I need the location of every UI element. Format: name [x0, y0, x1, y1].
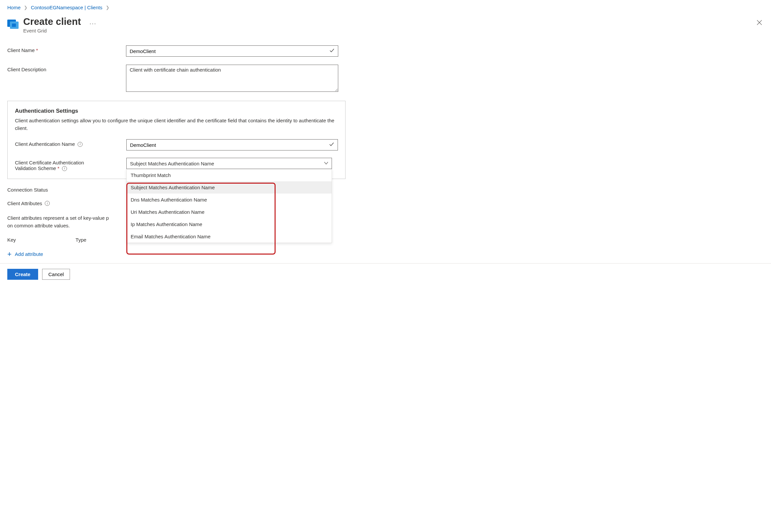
page-header: Create client Event Grid ···: [7, 16, 764, 33]
add-attribute-label: Add attribute: [15, 251, 43, 257]
client-auth-name-label: Client Authentication Name i: [15, 139, 126, 147]
cancel-button[interactable]: Cancel: [42, 269, 70, 280]
chevron-down-icon: [324, 161, 328, 166]
client-name-field[interactable]: [130, 48, 327, 54]
client-name-row: Client Name *: [7, 45, 345, 57]
auth-settings-description: Client authentication settings allow you…: [15, 117, 338, 132]
client-description-input[interactable]: Client with certificate chain authentica…: [126, 65, 338, 92]
info-icon[interactable]: i: [45, 201, 50, 206]
plus-icon: +: [7, 251, 12, 258]
breadcrumb: Home ❯ ContosoEGNamespace | Clients ❯: [7, 5, 764, 10]
authentication-settings-box: Authentication Settings Client authentic…: [7, 101, 345, 179]
breadcrumb-namespace[interactable]: ContosoEGNamespace | Clients: [31, 5, 102, 10]
info-icon[interactable]: i: [62, 166, 67, 171]
client-description-label: Client Description: [7, 65, 126, 72]
info-icon[interactable]: i: [78, 142, 83, 147]
dropdown-option[interactable]: Email Matches Authentication Name: [127, 230, 331, 243]
type-column-label: Type: [76, 237, 87, 243]
chevron-right-icon: ❯: [106, 5, 109, 10]
page-title: Create client: [23, 16, 81, 27]
validation-scheme-label: Client Certificate Authentication Valida…: [15, 158, 126, 171]
chevron-right-icon: ❯: [24, 5, 28, 10]
footer-actions: Create Cancel: [0, 263, 771, 285]
dropdown-option[interactable]: Dns Matches Authentication Name: [127, 194, 331, 206]
event-grid-icon: [7, 18, 19, 30]
create-button[interactable]: Create: [7, 269, 38, 280]
client-name-label: Client Name *: [7, 45, 126, 53]
breadcrumb-home[interactable]: Home: [7, 5, 21, 10]
svg-rect-2: [12, 24, 16, 27]
validation-scheme-dropdown: Thumbprint Match Subject Matches Authent…: [126, 169, 332, 243]
client-description-row: Client Description Client with certifica…: [7, 65, 345, 93]
validation-scheme-select[interactable]: Subject Matches Authentication Name: [126, 158, 332, 169]
client-auth-name-input[interactable]: [126, 139, 338, 150]
close-button[interactable]: [755, 18, 764, 29]
page-subtitle: Event Grid: [23, 28, 81, 33]
validation-scheme-value: Subject Matches Authentication Name: [130, 161, 214, 166]
client-name-input[interactable]: [126, 45, 338, 57]
dropdown-option[interactable]: Uri Matches Authentication Name: [127, 206, 331, 218]
check-icon: [329, 48, 334, 54]
client-auth-name-row: Client Authentication Name i: [15, 139, 338, 150]
client-auth-name-field[interactable]: [130, 142, 327, 148]
dropdown-option[interactable]: Subject Matches Authentication Name: [127, 181, 331, 194]
validation-scheme-row: Client Certificate Authentication Valida…: [15, 158, 338, 171]
key-column-label: Key: [7, 237, 16, 243]
auth-settings-heading: Authentication Settings: [15, 108, 338, 114]
dropdown-option[interactable]: Ip Matches Authentication Name: [127, 218, 331, 230]
check-icon: [329, 142, 334, 148]
add-attribute-button[interactable]: + Add attribute: [7, 251, 43, 258]
dropdown-option[interactable]: Thumbprint Match: [127, 169, 331, 181]
more-actions-button[interactable]: ···: [89, 20, 96, 27]
